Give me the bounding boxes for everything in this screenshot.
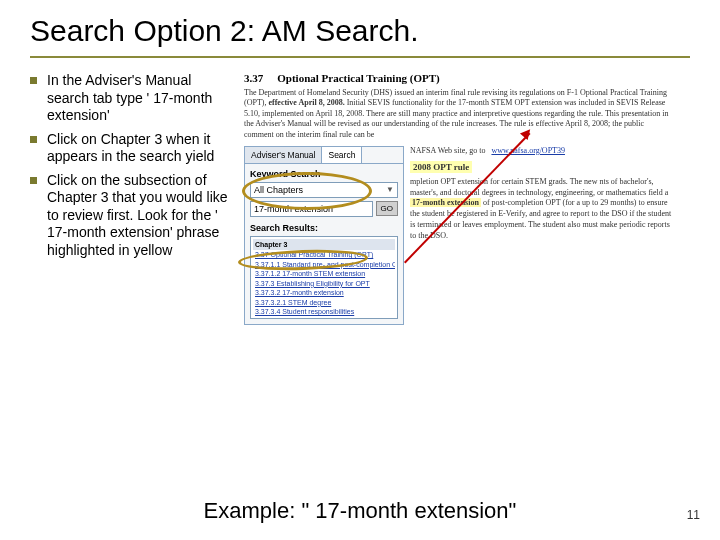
square-bullet-icon: [30, 77, 37, 84]
effective-date: effective April 8, 2008.: [268, 98, 344, 107]
bullet-text: In the Adviser's Manual search tab type …: [47, 72, 230, 125]
chapter-dropdown[interactable]: All Chapters ▼: [250, 182, 398, 198]
para-text: mpletion OPT extension for certain STEM …: [410, 177, 668, 197]
page-number: 11: [687, 508, 700, 522]
result-link[interactable]: 3.37.3.2.1 STEM degree: [253, 298, 395, 307]
search-input[interactable]: 17-month extension: [250, 201, 373, 217]
slide-title: Search Option 2: AM Search.: [30, 10, 690, 58]
results-label: Search Results:: [250, 223, 398, 233]
square-bullet-icon: [30, 177, 37, 184]
section-number: 3.37: [244, 72, 263, 84]
tab-bar: Adviser's Manual Search: [245, 147, 403, 164]
link-intro: NAFSA Web site, go to: [410, 146, 485, 157]
right-column: NAFSA Web site, go to www.nafsa.org/OPT3…: [410, 146, 674, 242]
result-link[interactable]: 3.37.3.2 17-month extension: [253, 288, 395, 297]
example-caption: Example: " 17-month extension": [0, 498, 720, 524]
result-link[interactable]: 3.37.1.2 17-month STEM extension: [253, 269, 395, 278]
tab-advisers-manual[interactable]: Adviser's Manual: [245, 147, 322, 163]
section-header: 3.37 Optional Practical Training (OPT): [244, 72, 674, 84]
highlight-17-month: 17-month extension: [410, 198, 481, 207]
square-bullet-icon: [30, 136, 37, 143]
bullet-item: Click on the subsection of Chapter 3 tha…: [30, 172, 230, 260]
panel-body: Keyword Search All Chapters ▼ 17-month e…: [245, 164, 403, 325]
intro-paragraph: The Department of Homeland Security (DHS…: [244, 88, 674, 140]
bullet-item: Click on Chapter 3 when it appears in th…: [30, 131, 230, 166]
bullet-text: Click on Chapter 3 when it appears in th…: [47, 131, 230, 166]
keyword-search-label: Keyword Search: [250, 169, 398, 179]
link-row: NAFSA Web site, go to www.nafsa.org/OPT3…: [410, 146, 674, 157]
tab-search[interactable]: Search: [322, 147, 362, 163]
result-link[interactable]: 3.37 Optional Practical Training (OPT): [253, 250, 395, 259]
bullet-item: In the Adviser's Manual search tab type …: [30, 72, 230, 125]
result-link[interactable]: 3.37.1.1 Standard pre- and post-completi…: [253, 260, 395, 269]
chevron-down-icon: ▼: [386, 185, 394, 194]
right-paragraph: mpletion OPT extension for certain STEM …: [410, 177, 674, 242]
figure-row: Adviser's Manual Search Keyword Search A…: [244, 146, 674, 326]
rule-tag: 2008 OPT rule: [410, 161, 472, 173]
nafsa-link[interactable]: www.nafsa.org/OPT39: [491, 146, 565, 157]
content-row: In the Adviser's Manual search tab type …: [30, 72, 690, 325]
search-panel: Adviser's Manual Search Keyword Search A…: [244, 146, 404, 326]
chapter-heading[interactable]: Chapter 3: [253, 239, 395, 250]
result-link[interactable]: 3.37.3 Establishing Eligibility for OPT: [253, 279, 395, 288]
slide: Search Option 2: AM Search. In the Advis…: [0, 0, 720, 540]
bullet-text: Click on the subsection of Chapter 3 tha…: [47, 172, 230, 260]
search-value: 17-month extension: [254, 204, 333, 214]
dropdown-value: All Chapters: [254, 185, 303, 195]
go-button[interactable]: GO: [376, 201, 398, 216]
section-title: Optional Practical Training (OPT): [277, 72, 439, 84]
rule-row: 2008 OPT rule: [410, 161, 674, 173]
screenshot-figure: 3.37 Optional Practical Training (OPT) T…: [244, 72, 674, 325]
bullet-list: In the Adviser's Manual search tab type …: [30, 72, 230, 325]
result-link[interactable]: 3.37.3.4 Student responsibilities: [253, 307, 395, 316]
results-list: Chapter 3 3.37 Optional Practical Traini…: [250, 236, 398, 320]
